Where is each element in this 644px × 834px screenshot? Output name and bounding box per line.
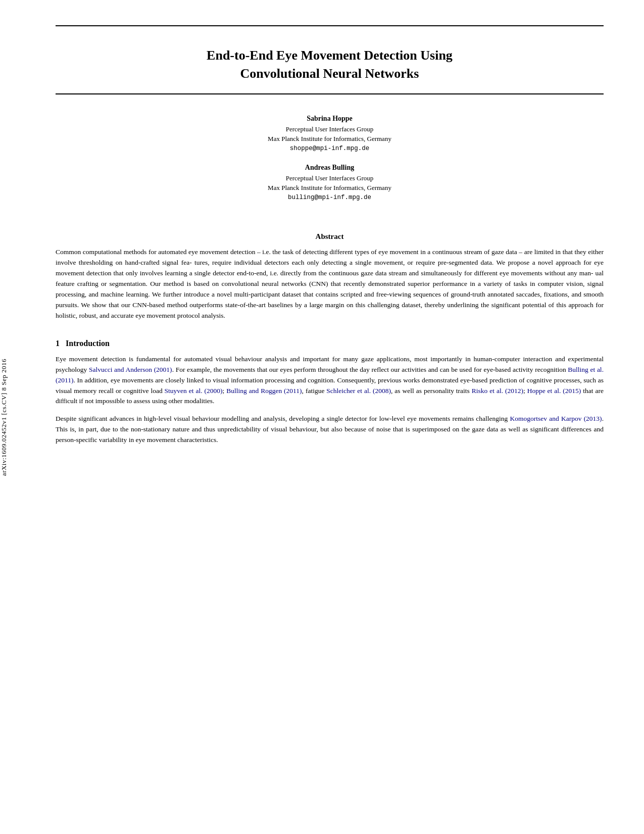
author-2-affiliation-2: Max Planck Institute for Informatics, Ge… [56,183,604,193]
author-2-affiliation-1: Perceptual User Interfaces Group [56,173,604,183]
author-block-1: Sabrina Hoppe Perceptual User Interfaces… [56,115,604,154]
abstract-heading: Abstract [56,232,604,241]
ref-stuyven-2000[interactable]: Stuyven et al. (2000) [165,387,223,395]
section-1-title: Introduction [66,339,110,348]
top-rule [56,25,604,26]
abstract-text: Common computational methods for automat… [56,247,604,321]
intro-paragraph-2: Despite significant advances in high-lev… [56,414,604,446]
section-1-number: 1 [56,339,60,348]
author-1-affiliation-2: Max Planck Institute for Informatics, Ge… [56,134,604,144]
ref-hoppe-2015[interactable]: Hoppe et al. (2015) [527,387,581,395]
author-1-affiliation-1: Perceptual User Interfaces Group [56,124,604,134]
authors-section: Sabrina Hoppe Perceptual User Interfaces… [56,110,604,218]
page-container: arXiv:1609.02452v1 [cs.CV] 8 Sep 2016 En… [0,0,644,834]
ref-schleicher-2008[interactable]: Schleicher et al. (2008) [326,387,391,395]
author-1-name: Sabrina Hoppe [56,115,604,123]
ref-bulling-roggen-2011[interactable]: Bulling and Roggen (2011) [226,387,302,395]
main-content: End-to-End Eye Movement Detection UsingC… [40,0,644,834]
ref-salvucci-2001[interactable]: Salvucci and Anderson (2001) [89,366,172,373]
ref-risko-2012[interactable]: Risko et al. (2012) [472,387,523,395]
section-1: 1 Introduction Eye movement detection is… [56,339,604,446]
author-2-name: Andreas Bulling [56,164,604,172]
sidebar: arXiv:1609.02452v1 [cs.CV] 8 Sep 2016 [0,0,40,834]
paper-title: End-to-End Eye Movement Detection UsingC… [56,46,604,83]
author-block-2: Andreas Bulling Perceptual User Interfac… [56,164,604,203]
author-2-email: bulling@mpi-inf.mpg.de [56,193,604,203]
intro-paragraph-1: Eye movement detection is fundamental fo… [56,354,604,407]
abstract-section: Abstract Common computational methods fo… [56,232,604,321]
arxiv-label: arXiv:1609.02452v1 [cs.CV] 8 Sep 2016 [0,358,8,475]
author-1-email: shoppe@mpi-inf.mpg.de [56,144,604,154]
title-section: End-to-End Eye Movement Detection UsingC… [56,36,604,94]
ref-komogortsev-2013[interactable]: Komogortsev and Karpov (2013) [510,415,602,422]
section-1-heading: 1 Introduction [56,339,604,348]
